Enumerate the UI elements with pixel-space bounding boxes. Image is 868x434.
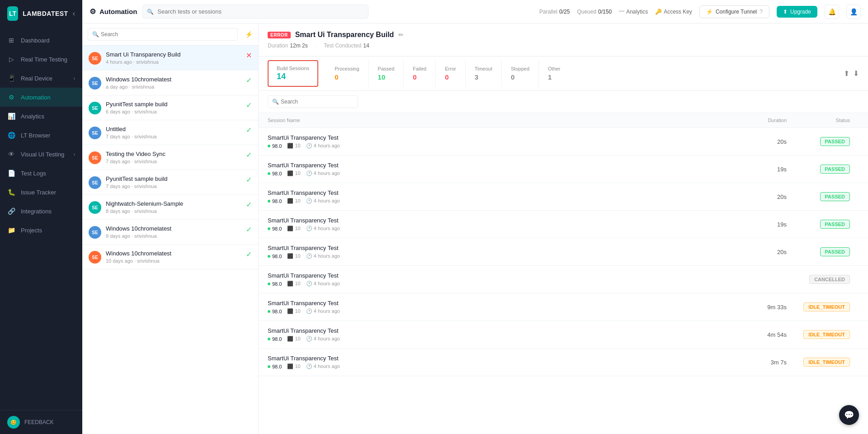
build-item[interactable]: SE Nightwatch-Selenium-Sample 8 days ago…: [82, 195, 258, 220]
session-duration: 20s: [732, 138, 787, 145]
sidebar-item-projects[interactable]: 📁 Projects: [0, 221, 82, 240]
build-search-input[interactable]: [88, 28, 238, 41]
sidebar-item-integrations[interactable]: 🔗 Integrations: [0, 202, 82, 221]
detail-panel: ERROR Smart Ui Transparency Build ✏ Dura…: [259, 24, 868, 434]
configure-tunnel-button[interactable]: ⚡ Configure Tunnel ?: [699, 5, 769, 18]
build-item[interactable]: SE Smart Ui Transparency Build 4 hours a…: [82, 46, 258, 71]
user-profile-button[interactable]: 👤: [846, 5, 861, 19]
upgrade-button[interactable]: ⬆ Upgrade: [777, 6, 817, 18]
sidebar-item-label: Visual UI Testing: [21, 151, 64, 158]
notifications-button[interactable]: 🔔: [825, 5, 839, 19]
sidebar-item-label: Test Logs: [21, 170, 46, 177]
share-button[interactable]: ⬆: [844, 69, 849, 78]
build-item[interactable]: SE PyunitTest sample build 7 days ago · …: [82, 170, 258, 195]
sidebar-item-issue-tracker[interactable]: 🐛 Issue Tracker: [0, 183, 82, 202]
failed-stat[interactable]: Failed 0: [404, 60, 436, 87]
sidebar-item-label: Issue Tracker: [21, 189, 56, 196]
sidebar-item-dashboard[interactable]: ⊞ Dashboard: [0, 31, 82, 50]
sidebar-item-label: LT Browser: [21, 132, 50, 139]
search-input[interactable]: [142, 5, 368, 19]
session-row[interactable]: SmartUi Transparency Test 98.0 ⬛ 10 🕐 4 …: [259, 293, 868, 321]
session-row[interactable]: SmartUi Transparency Test 98.0 ⬛ 10 🕐 4 …: [259, 183, 868, 211]
build-item[interactable]: SE Testing the Video Sync 7 days ago · s…: [82, 145, 258, 170]
lt-browser-icon: 🌐: [7, 131, 15, 139]
build-item[interactable]: SE Windows 10chromelatest a day ago · sr…: [82, 71, 258, 95]
download-button[interactable]: ⬇: [853, 69, 859, 78]
build-meta: a day ago · srivishnua: [106, 84, 241, 90]
chat-button[interactable]: 💬: [839, 405, 859, 425]
session-duration: 3m 7s: [732, 359, 787, 366]
build-item[interactable]: SE PyunitTest sample build 6 days ago · …: [82, 95, 258, 120]
feedback-button[interactable]: 😊 FEEDBACK: [0, 410, 82, 434]
sidebar-collapse-button[interactable]: ‹: [73, 9, 75, 18]
pass-icon: ✓: [246, 201, 252, 208]
build-meta: 7 days ago · srivishnua: [106, 159, 241, 164]
passed-stat[interactable]: Passed 10: [369, 60, 404, 87]
automation-icon: ⚙: [7, 93, 15, 101]
session-info: SmartUi Transparency Test 98.0 ⬛ 10 🕐 4 …: [268, 245, 732, 259]
processing-stat[interactable]: Processing 0: [326, 60, 368, 87]
session-row[interactable]: SmartUi Transparency Test 98.0 ⬛ 10 🕐 4 …: [259, 238, 868, 266]
time-item: 🕐 4 hours ago: [306, 170, 340, 176]
sessions-search-input[interactable]: [268, 95, 358, 108]
build-info: Windows 10chromelatest 9 days ago · sriv…: [106, 225, 241, 239]
session-name: SmartUi Transparency Test: [268, 327, 732, 334]
session-status: IDLE_TIMEOUT: [787, 302, 859, 311]
session-meta: 98.0 ⬛ 10 🕐 4 hours ago: [268, 281, 732, 287]
build-item[interactable]: SE Windows 10chromelatest 10 days ago · …: [82, 245, 258, 269]
filter-icon[interactable]: ⚡: [245, 31, 253, 38]
session-meta: 98.0 ⬛ 10 🕐 4 hours ago: [268, 198, 732, 204]
build-item[interactable]: SE Untitled 7 days ago · srivishnua ✓: [82, 120, 258, 145]
session-row[interactable]: SmartUi Transparency Test 98.0 ⬛ 10 🕐 4 …: [259, 156, 868, 183]
sidebar-item-lt-browser[interactable]: 🌐 LT Browser: [0, 126, 82, 145]
session-meta: 98.0 ⬛ 10 🕐 4 hours ago: [268, 170, 732, 176]
other-stat[interactable]: Other 1: [539, 60, 570, 87]
error-badge: ERROR: [268, 32, 291, 38]
content-area: 🔍 ⚡ SE Smart Ui Transparency Build 4 hou…: [82, 24, 868, 434]
sidebar-item-automation[interactable]: ⚙ Automation: [0, 88, 82, 107]
error-stat[interactable]: Error 0: [436, 60, 465, 87]
build-meta: 9 days ago · srivishnua: [106, 233, 241, 239]
sidebar-item-test-logs[interactable]: 📄 Test Logs: [0, 164, 82, 183]
build-name: Smart Ui Transparency Build: [106, 51, 241, 58]
build-status: ✓: [246, 126, 252, 134]
access-key-link[interactable]: 🔑 Access Key: [655, 9, 692, 15]
build-status: ✓: [246, 225, 252, 234]
score-item: 98.0: [268, 254, 282, 259]
edit-icon[interactable]: ✏: [398, 31, 404, 38]
sidebar-item-label: Automation: [21, 94, 51, 101]
build-meta: 4 hours ago · srivishnua: [106, 59, 241, 65]
session-duration: 19s: [732, 166, 787, 173]
stopped-stat[interactable]: Stopped 0: [502, 60, 539, 87]
real-device-icon: 📱: [7, 74, 15, 82]
sidebar: LT LAMBDATEST ‹ ⊞ Dashboard ▷ Real Time …: [0, 0, 82, 434]
session-info: SmartUi Transparency Test 98.0 ⬛ 10 🕐 4 …: [268, 217, 732, 231]
page-title: ⚙ Automation: [90, 7, 137, 16]
session-duration: 4m 54s: [732, 331, 787, 338]
sidebar-item-real-device[interactable]: 📱 Real Device ›: [0, 69, 82, 88]
build-sessions-stat[interactable]: Build Sessions 14: [268, 60, 318, 87]
timeout-stat[interactable]: Timeout 3: [466, 60, 502, 87]
analytics-link[interactable]: 〰 Analytics: [619, 9, 648, 15]
session-row[interactable]: SmartUi Transparency Test 98.0 ⬛ 10 🕐 4 …: [259, 349, 868, 376]
real-time-testing-icon: ▷: [7, 55, 15, 63]
session-row[interactable]: SmartUi Transparency Test 98.0 ⬛ 10 🕐 4 …: [259, 266, 868, 293]
build-meta: 7 days ago · srivishnua: [106, 134, 241, 139]
processing-label: Processing: [335, 66, 359, 71]
build-avatar: SE: [89, 226, 101, 239]
time-item: 🕐 4 hours ago: [306, 363, 340, 369]
sidebar-item-analytics[interactable]: 📊 Analytics: [0, 107, 82, 126]
build-item[interactable]: SE Windows 10chromelatest 9 days ago · s…: [82, 220, 258, 245]
sidebar-item-visual-ui-testing[interactable]: 👁 Visual UI Testing ›: [0, 145, 82, 164]
session-status: IDLE_TIMEOUT: [787, 358, 859, 367]
logo-text: LAMBDATEST: [23, 10, 68, 17]
session-row[interactable]: SmartUi Transparency Test 98.0 ⬛ 10 🕐 4 …: [259, 128, 868, 156]
score-item: 98.0: [268, 281, 282, 287]
session-row[interactable]: SmartUi Transparency Test 98.0 ⬛ 10 🕐 4 …: [259, 321, 868, 349]
test-logs-icon: 📄: [7, 169, 15, 177]
build-status: ✓: [246, 175, 252, 184]
build-status: ✓: [246, 250, 252, 259]
session-row[interactable]: SmartUi Transparency Test 98.0 ⬛ 10 🕐 4 …: [259, 211, 868, 238]
pass-icon: ✓: [246, 226, 252, 233]
sidebar-item-real-time-testing[interactable]: ▷ Real Time Testing: [0, 50, 82, 69]
